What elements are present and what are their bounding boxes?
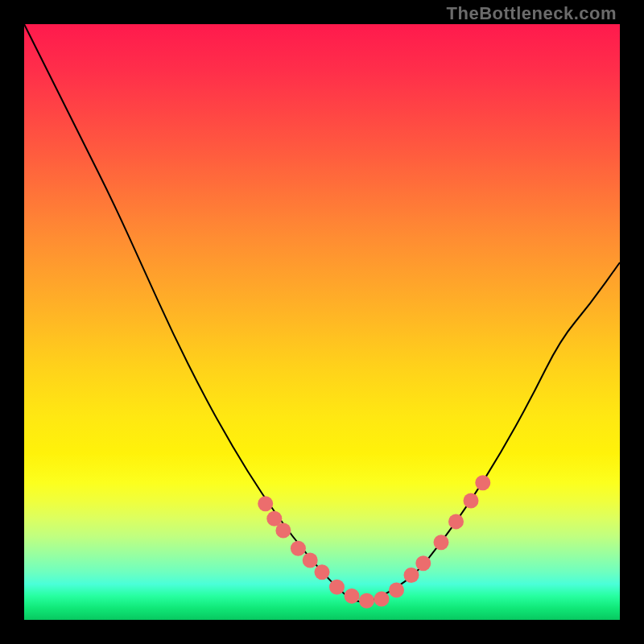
- near-minimum-dots-group: [258, 475, 490, 609]
- curve-dot: [329, 580, 345, 595]
- chart-frame: TheBottleneck.com: [0, 0, 644, 644]
- curve-dot: [374, 592, 390, 607]
- curve-dot: [275, 523, 291, 539]
- curve-svg: [24, 24, 620, 620]
- watermark-text: TheBottleneck.com: [447, 3, 617, 24]
- curve-dot: [345, 588, 360, 604]
- curve-dot: [475, 475, 490, 490]
- curve-dot: [315, 564, 330, 580]
- curve-dot: [359, 593, 374, 609]
- curve-dot: [258, 496, 273, 511]
- plot-area: [24, 24, 620, 620]
- curve-dot: [415, 555, 431, 571]
- bottleneck-curve: [24, 24, 620, 602]
- curve-dot: [291, 541, 306, 556]
- curve-dot: [464, 493, 479, 509]
- curve-dot: [404, 568, 419, 583]
- curve-dot: [389, 583, 404, 598]
- curve-dot: [434, 535, 449, 550]
- curve-dot: [303, 553, 318, 568]
- curve-dot: [448, 514, 464, 529]
